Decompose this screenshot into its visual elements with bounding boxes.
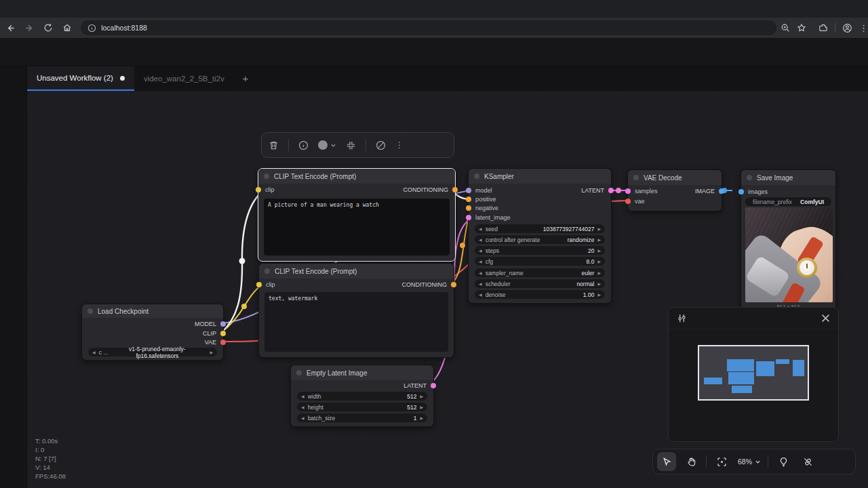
increment-arrow-icon[interactable]: ▶ <box>597 248 601 253</box>
widget-control-after-generate[interactable]: ◀ control after generate randomize ▶ <box>475 235 605 244</box>
widget-height[interactable]: ◀ height 512 ▶ <box>297 403 427 411</box>
collapse-node-icon[interactable] <box>346 140 356 150</box>
widget-seed[interactable]: ◀ seed 1038773927744027 ▶ <box>475 224 605 233</box>
workflow-tab-inactive[interactable]: video_wan2_2_5B_ti2v <box>134 66 234 91</box>
decrement-arrow-icon[interactable]: ◀ <box>479 259 482 264</box>
node-clip-text-encode-positive[interactable]: CLIP Text Encode (Prompt) clip CONDITION… <box>258 168 456 262</box>
prompt-textarea[interactable]: A picture of a man wearing a watch <box>264 199 450 256</box>
node-color-picker[interactable] <box>318 140 336 150</box>
clip-output-port[interactable] <box>220 331 226 336</box>
decrement-arrow-icon[interactable]: ◀ <box>92 350 96 354</box>
increment-arrow-icon[interactable]: ▶ <box>597 226 601 231</box>
increment-arrow-icon[interactable]: ▶ <box>597 270 601 275</box>
node-title-bar[interactable]: CLIP Text Encode (Prompt) <box>259 264 454 279</box>
decrement-arrow-icon[interactable]: ◀ <box>479 237 482 242</box>
widget-width[interactable]: ◀ width 512 ▶ <box>297 392 427 401</box>
collapse-dot-icon[interactable] <box>747 175 752 180</box>
widget-sampler-name[interactable]: ◀ sampler_name euler ▶ <box>475 268 605 277</box>
output-image-preview[interactable] <box>745 207 833 302</box>
site-info-icon[interactable] <box>87 24 96 33</box>
vae-input-port[interactable] <box>625 199 631 204</box>
decrement-arrow-icon[interactable]: ◀ <box>479 226 482 231</box>
zoom-level-dropdown[interactable]: 68% <box>736 458 762 466</box>
image-output-port[interactable] <box>719 188 724 194</box>
node-ksampler[interactable]: KSampler model LATENT positive negative … <box>468 168 612 304</box>
home-icon[interactable] <box>59 20 75 36</box>
color-chip[interactable] <box>318 140 328 150</box>
extensions-icon[interactable] <box>818 23 828 33</box>
clip-input-port[interactable] <box>256 187 261 192</box>
info-icon[interactable] <box>298 140 309 150</box>
node-title-bar[interactable]: Empty Latent Image <box>291 365 433 380</box>
url-text[interactable]: localhost:8188 <box>101 24 147 32</box>
node-load-checkpoint[interactable]: Load Checkpoint MODEL CLIP VAE ◀ c ... v… <box>81 304 224 361</box>
decrement-arrow-icon[interactable]: ◀ <box>301 405 304 409</box>
zoom-page-icon[interactable] <box>781 23 790 33</box>
decrement-arrow-icon[interactable]: ◀ <box>301 394 304 399</box>
bypass-node-icon[interactable] <box>376 140 386 150</box>
decrement-arrow-icon[interactable]: ◀ <box>479 292 482 297</box>
decrement-arrow-icon[interactable]: ◀ <box>479 281 482 286</box>
forward-icon[interactable] <box>22 20 38 36</box>
node-title-bar[interactable]: CLIP Text Encode (Prompt) <box>258 169 455 184</box>
widget-denoise[interactable]: ◀ denoise 1.00 ▶ <box>475 290 605 299</box>
minimap-settings-icon[interactable] <box>677 313 687 323</box>
minimap-panel[interactable] <box>668 307 839 442</box>
increment-arrow-icon[interactable]: ▶ <box>597 259 601 264</box>
toggle-hints-button[interactable] <box>774 452 793 471</box>
images-input-port[interactable] <box>738 189 744 195</box>
fit-view-button[interactable] <box>712 452 731 471</box>
positive-input-port[interactable] <box>466 197 471 202</box>
minimap-viewport[interactable] <box>698 345 809 401</box>
conditioning-output-port[interactable] <box>451 282 456 287</box>
increment-arrow-icon[interactable]: ▶ <box>597 292 601 297</box>
select-tool-button[interactable] <box>657 452 676 471</box>
minimap-close-icon[interactable] <box>821 314 830 323</box>
model-input-port[interactable] <box>466 188 471 193</box>
node-save-image[interactable]: Save Image images filename_prefix ComfyU… <box>741 169 836 310</box>
increment-arrow-icon[interactable]: ▶ <box>420 394 423 399</box>
clip-input-port[interactable] <box>256 282 262 287</box>
new-workflow-tab-button[interactable]: + <box>234 66 257 90</box>
decrement-arrow-icon[interactable]: ◀ <box>479 248 482 253</box>
bookmark-star-icon[interactable] <box>797 23 806 33</box>
widget-steps[interactable]: ◀ steps 20 ▶ <box>475 246 605 255</box>
latent-output-port[interactable] <box>608 188 614 193</box>
node-title-bar[interactable]: VAE Decode <box>628 170 722 185</box>
negative-input-port[interactable] <box>466 205 471 211</box>
widget-scheduler[interactable]: ◀ scheduler normal ▶ <box>475 279 605 288</box>
increment-arrow-icon[interactable]: ▶ <box>597 281 601 286</box>
collapse-dot-icon[interactable] <box>633 175 639 180</box>
url-bar[interactable]: localhost:8188 <box>81 20 776 35</box>
browser-menu-icon[interactable]: ⋮ <box>859 23 868 33</box>
increment-arrow-icon[interactable]: ▶ <box>420 415 423 420</box>
toggle-links-button[interactable] <box>798 452 817 471</box>
decrement-arrow-icon[interactable]: ◀ <box>301 415 304 420</box>
workflow-tab-active[interactable]: Unsaved Workflow (2) <box>27 66 134 91</box>
collapse-dot-icon[interactable] <box>87 308 93 314</box>
collapse-dot-icon[interactable] <box>296 370 302 375</box>
widget-batch-size[interactable]: ◀ batch_size 1 ▶ <box>297 413 427 422</box>
increment-arrow-icon[interactable]: ▶ <box>420 405 423 409</box>
node-empty-latent-image[interactable]: Empty Latent Image LATENT ◀ width 512 ▶ … <box>290 365 434 427</box>
profile-icon[interactable] <box>842 23 852 33</box>
node-title-bar[interactable]: Load Checkpoint <box>82 304 223 318</box>
widget-cfg[interactable]: ◀ cfg 8.0 ▶ <box>475 257 605 266</box>
collapse-dot-icon[interactable] <box>264 174 269 179</box>
vae-output-port[interactable] <box>220 340 226 345</box>
node-title-bar[interactable]: KSampler <box>469 169 611 184</box>
back-icon[interactable] <box>3 20 19 36</box>
samples-input-port[interactable] <box>625 188 631 194</box>
node-vae-decode[interactable]: VAE Decode samples IMAGE vae <box>627 169 722 211</box>
conditioning-output-port[interactable] <box>452 187 458 192</box>
collapse-dot-icon[interactable] <box>264 268 270 274</box>
widget-filename-prefix[interactable]: filename_prefix ComfyUI <box>745 197 831 206</box>
decrement-arrow-icon[interactable]: ◀ <box>479 270 482 275</box>
delete-node-icon[interactable] <box>269 140 279 150</box>
widget-ckpt-name[interactable]: ◀ c ... v1-5-pruned-emaonly-fp16.safeten… <box>88 348 217 357</box>
latent-output-port[interactable] <box>431 383 436 388</box>
pan-tool-button[interactable] <box>682 452 701 471</box>
prompt-textarea[interactable]: text, watermark <box>264 292 448 352</box>
latent-image-input-port[interactable] <box>466 215 471 220</box>
node-clip-text-encode-negative[interactable]: CLIP Text Encode (Prompt) clip CONDITION… <box>258 263 454 358</box>
